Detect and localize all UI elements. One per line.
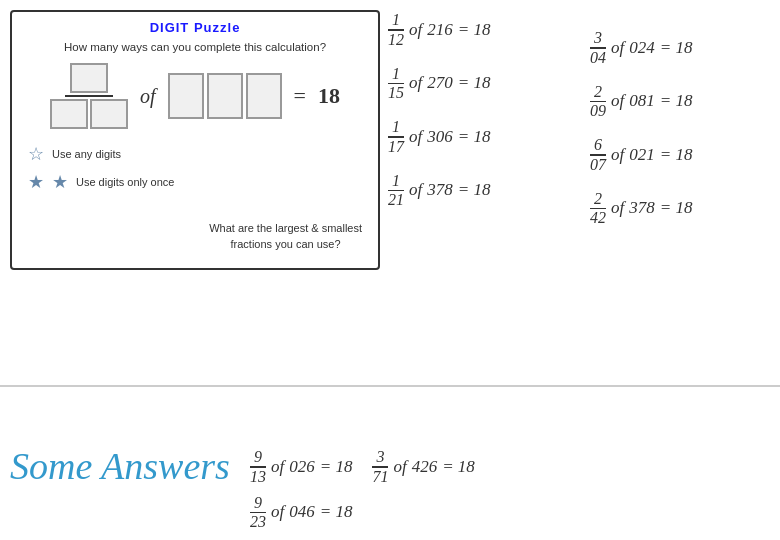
left-expr-3: 1 17 of 306 = 18 — [388, 119, 490, 155]
left-expr-4: 1 21 of 378 = 18 — [388, 173, 490, 209]
puzzle-box: DIGIT Puzzle How many ways can you compl… — [10, 10, 380, 270]
fraction-bottom-row — [50, 99, 128, 129]
right-expr-1: 3 04 of 024 = 18 — [590, 30, 692, 66]
fraction-9-23: 9 23 — [250, 495, 266, 531]
fraction-1-12: 1 12 — [388, 12, 404, 48]
puzzle-visual: of = 18 — [20, 63, 370, 129]
left-expr-2: 1 15 of 270 = 18 — [388, 66, 490, 102]
left-expressions-column: 1 12 of 216 = 18 1 15 of 270 = 18 1 17 o… — [388, 12, 490, 208]
puzzle-answer: 18 — [318, 83, 340, 109]
fraction-3-04: 3 04 — [590, 30, 606, 66]
extra-question: What are the largest & smallest fraction… — [209, 221, 362, 252]
answers-col-1: 9 13 of 026 = 18 9 23 of 046 = 18 — [250, 447, 352, 530]
fraction-2-42: 2 42 — [590, 191, 606, 227]
answer-expr-2: 9 23 of 046 = 18 — [250, 495, 352, 531]
star-row-2: ★ ★ Use digits only once — [28, 171, 370, 193]
fraction-9-13: 9 13 — [250, 449, 266, 485]
star-icon-2b: ★ — [52, 171, 68, 193]
fraction-bottom-right — [90, 99, 128, 129]
right-expressions-column: 3 04 of 024 = 18 2 09 of 081 = 18 6 07 o… — [590, 30, 692, 226]
section-divider — [0, 385, 780, 387]
of-label: of — [140, 85, 156, 108]
fraction-line — [65, 95, 113, 97]
blank-box-1 — [168, 73, 204, 119]
puzzle-question: How many ways can you complete this calc… — [20, 41, 370, 53]
blank-box-2 — [207, 73, 243, 119]
fraction-1-21: 1 21 — [388, 173, 404, 209]
star-icon-2a: ★ — [28, 171, 44, 193]
fraction-bottom-left — [50, 99, 88, 129]
fraction-1-17: 1 17 — [388, 119, 404, 155]
right-expr-4: 2 42 of 378 = 18 — [590, 191, 692, 227]
answer-expr-3: 3 71 of 426 = 18 — [372, 449, 474, 485]
fraction-2-09: 2 09 — [590, 84, 606, 120]
fraction-6-07: 6 07 — [590, 137, 606, 173]
fraction-1-15: 1 15 — [388, 66, 404, 102]
right-expr-3: 6 07 of 021 = 18 — [590, 137, 692, 173]
star-label-2: Use digits only once — [76, 176, 174, 188]
answers-col-2: 3 71 of 426 = 18 — [372, 447, 474, 485]
fraction-top-box — [70, 63, 108, 93]
stars-section: ☆ Use any digits ★ ★ Use digits only onc… — [20, 143, 370, 193]
star-label-1: Use any digits — [52, 148, 121, 160]
star-icon-1: ☆ — [28, 143, 44, 165]
some-answers-section: Some Answers 9 13 of 026 = 18 9 23 of 04… — [10, 447, 770, 530]
puzzle-title-rest: Puzzle — [189, 20, 240, 35]
blank-boxes — [168, 73, 282, 119]
puzzle-title-digit: DIGIT — [150, 20, 190, 35]
answer-expr-1: 9 13 of 026 = 18 — [250, 449, 352, 485]
puzzle-title: DIGIT Puzzle — [20, 20, 370, 35]
right-expr-2: 2 09 of 081 = 18 — [590, 84, 692, 120]
equals-sign: = — [294, 83, 306, 109]
star-row-1: ☆ Use any digits — [28, 143, 370, 165]
fraction-3-71: 3 71 — [372, 449, 388, 485]
blank-box-3 — [246, 73, 282, 119]
fraction-visual — [50, 63, 128, 129]
left-expr-1: 1 12 of 216 = 18 — [388, 12, 490, 48]
some-answers-title: Some Answers — [10, 447, 230, 485]
